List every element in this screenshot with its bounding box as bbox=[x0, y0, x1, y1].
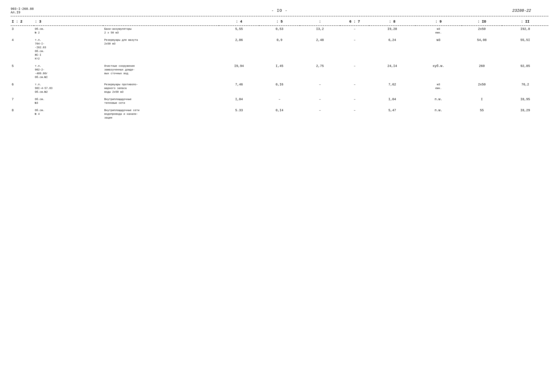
col-header-1: I : 2 bbox=[11, 18, 34, 26]
table-cell: 5 bbox=[11, 63, 34, 81]
table-row: 6т.п. 90I-4-57.83 Об.см.№2Резервуары про… bbox=[11, 81, 548, 95]
table-row: 5т.п. 902-2- -409.86г Об.см.№IОчистные с… bbox=[11, 63, 548, 81]
table-cell: 5,47 bbox=[369, 107, 415, 121]
column-header-row: I : 2 : 3 : 4 : 5 : 6 : 7 : 8 : 9 : IO :… bbox=[11, 18, 548, 26]
table-cell: – bbox=[259, 96, 300, 106]
table-cell: Очистные сооружения замазученных дожде- … bbox=[103, 63, 219, 81]
table-row: 8Об.см. № 4Внутриплощадочные сети водопр… bbox=[11, 107, 548, 121]
table-cell: Резервуары для мазута 2х50 м3 bbox=[103, 37, 219, 62]
table-cell: 76,2 bbox=[502, 81, 548, 95]
table-cell: 7 bbox=[11, 96, 34, 106]
table-cell: I8,29 bbox=[502, 107, 548, 121]
table-cell: т.п. 704-I- -I62.83 Об.см. ЖС-I К=2 bbox=[34, 37, 103, 62]
col-header-2: : 3 bbox=[34, 18, 103, 26]
header-right: 23I08-22 bbox=[495, 7, 548, 13]
table-cell: 24,I4 bbox=[369, 63, 415, 81]
table-cell: – bbox=[340, 63, 369, 81]
table-cell: м3 bbox=[415, 37, 462, 62]
table-cell: т.п. 90I-4-57.83 Об.см.№2 bbox=[34, 81, 103, 95]
table-cell: 2х50 bbox=[462, 81, 502, 95]
table-cell: 0,I4 bbox=[259, 107, 300, 121]
table-cell: I92,8 bbox=[502, 26, 548, 36]
table-cell: п.м. bbox=[415, 96, 462, 106]
table-row: 4т.п. 704-I- -I62.83 Об.см. ЖС-I К=2Резе… bbox=[11, 37, 548, 62]
table-cell: I8,95 bbox=[502, 96, 548, 106]
table-cell: – bbox=[340, 81, 369, 95]
table-cell: 6 bbox=[11, 81, 34, 95]
col-header-10: : IO bbox=[462, 18, 502, 26]
table-cell: – bbox=[340, 37, 369, 62]
table-cell: 5,55 bbox=[219, 26, 259, 36]
table-cell: I,04 bbox=[219, 96, 259, 106]
table-cell: Резервуары противопо- жарного запаса вод… bbox=[103, 81, 219, 95]
col-header-6: : bbox=[300, 18, 340, 26]
table-cell: 2,75 bbox=[300, 63, 340, 81]
col-header-3 bbox=[103, 18, 219, 26]
main-table-wrapper: I : 2 : 3 : 4 : 5 : 6 : 7 : 8 : 9 : IO :… bbox=[11, 18, 548, 121]
table-cell: 3 bbox=[11, 26, 34, 36]
table-cell: 260 bbox=[462, 63, 502, 81]
table-cell: – bbox=[340, 26, 369, 36]
table-cell: I,04 bbox=[369, 96, 415, 106]
table-cell: – bbox=[300, 107, 340, 121]
table-cell: – bbox=[300, 96, 340, 106]
table-cell: куб.м. bbox=[415, 63, 462, 81]
table-cell: I,45 bbox=[259, 63, 300, 81]
table-cell: 2х50 bbox=[462, 26, 502, 36]
table-cell: Об.см. №3 bbox=[34, 96, 103, 106]
table-cell: 2,86 bbox=[219, 37, 259, 62]
header-left: 903-I-260.88 Ал.I9 bbox=[11, 7, 64, 14]
table-cell: 92,85 bbox=[502, 63, 548, 81]
table-cell: п.м. bbox=[415, 107, 462, 121]
col-header-9: : 9 bbox=[415, 18, 462, 26]
table-cell: 0,9 bbox=[259, 37, 300, 62]
table-cell: I9,94 bbox=[219, 63, 259, 81]
col-header-7: 6 : 7 bbox=[340, 18, 369, 26]
table-cell: м3 емк. bbox=[415, 26, 462, 36]
col-header-11: : II bbox=[502, 18, 548, 26]
table-cell: Баки-аккумуляторы 2 х 50 м3 bbox=[103, 26, 219, 36]
table-cell: Об.см. № 4 bbox=[34, 107, 103, 121]
table-cell: Внутриплощадочные сети водопровода и кан… bbox=[103, 107, 219, 121]
table-cell: Об.см. № 2 bbox=[34, 26, 103, 36]
table-cell: 5.33 bbox=[219, 107, 259, 121]
page-header: 903-I-260.88 Ал.I9 - IO - 23I08-22 bbox=[11, 7, 548, 14]
table-cell: м3 емк. bbox=[415, 81, 462, 95]
table-cell: I9,28 bbox=[369, 26, 415, 36]
table-cell: т.п. 902-2- -409.86г Об.см.№I bbox=[34, 63, 103, 81]
table-cell: I3,2 bbox=[300, 26, 340, 36]
table-cell: Внутриплощадочные тепловые сети bbox=[103, 96, 219, 106]
table-cell: 0,53 bbox=[259, 26, 300, 36]
col-header-4: : 4 bbox=[219, 18, 259, 26]
doc-ref-line2: Ал.I9 bbox=[11, 11, 64, 14]
table-row: 7Об.см. №3Внутриплощадочные тепловые сет… bbox=[11, 96, 548, 106]
table-cell: – bbox=[340, 107, 369, 121]
table-row: 3Об.см. № 2Баки-аккумуляторы 2 х 50 м35,… bbox=[11, 26, 548, 36]
table-cell: 54,08 bbox=[462, 37, 502, 62]
col-header-8: : 8 bbox=[369, 18, 415, 26]
table-cell: 2,48 bbox=[300, 37, 340, 62]
header-center: - IO - bbox=[64, 7, 495, 13]
table-cell: – bbox=[340, 96, 369, 106]
table-cell: – bbox=[300, 81, 340, 95]
main-table: I : 2 : 3 : 4 : 5 : 6 : 7 : 8 : 9 : IO :… bbox=[11, 18, 548, 121]
table-cell: 55,5I bbox=[502, 37, 548, 62]
table-cell: I bbox=[462, 96, 502, 106]
table-cell: 6,24 bbox=[369, 37, 415, 62]
table-cell: 55 bbox=[462, 107, 502, 121]
table-cell: 7,46 bbox=[219, 81, 259, 95]
table-cell: 4 bbox=[11, 37, 34, 62]
col-header-5: : 5 bbox=[259, 18, 300, 26]
table-cell: 7,62 bbox=[369, 81, 415, 95]
top-divider bbox=[11, 16, 548, 16]
table-cell: 0,I6 bbox=[259, 81, 300, 95]
doc-ref-line1: 903-I-260.88 bbox=[11, 7, 64, 11]
table-cell: 8 bbox=[11, 107, 34, 121]
